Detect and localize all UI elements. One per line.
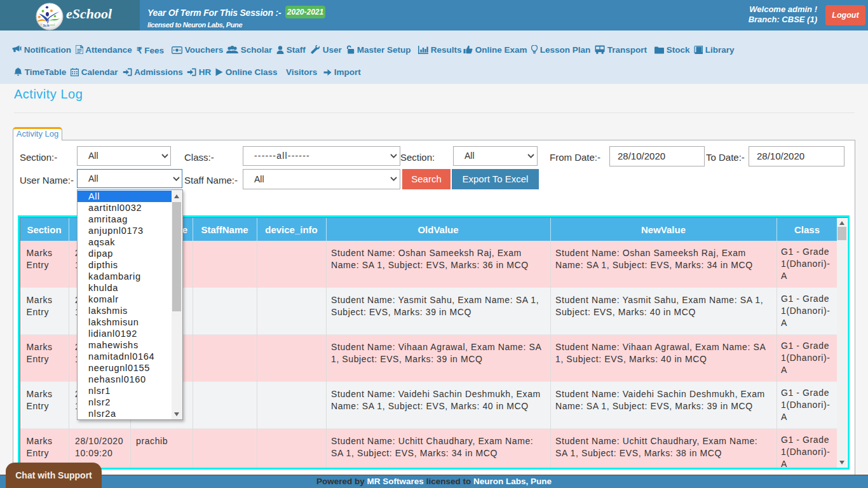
svg-text:Sch: Sch <box>43 23 50 27</box>
svg-text:ool: ool <box>50 22 55 27</box>
